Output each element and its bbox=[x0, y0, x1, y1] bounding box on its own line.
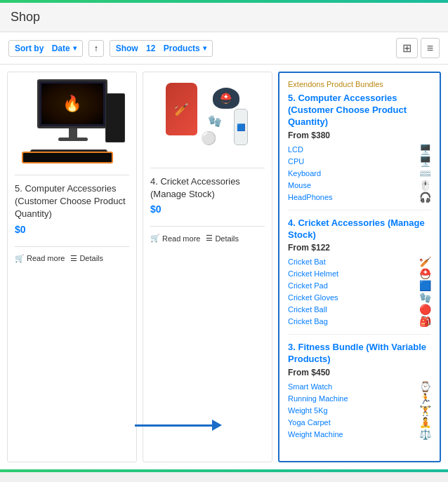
view-toggle: ⊞ ≡ bbox=[396, 38, 440, 58]
ball-icon: 🔴 bbox=[419, 304, 431, 315]
monitor-screen: 🔥 bbox=[41, 83, 103, 124]
read-more-label-1: Read more bbox=[27, 254, 65, 262]
bundle-price-2: From $122 bbox=[288, 243, 431, 253]
show-chevron-icon: ▾ bbox=[203, 44, 206, 52]
product-actions-1: 🛒 Read more ☰ Details bbox=[8, 251, 136, 263]
product-divider-1b bbox=[15, 246, 129, 247]
product-name-1: 5. Computer Accessories (Customer Choose… bbox=[15, 182, 129, 221]
cart-icon-2: 🛒 bbox=[150, 234, 160, 243]
product-card-2: 🏏 ⛑️ 🟦 ⚪ 🧤 4. Cricket Accessories (Manag… bbox=[143, 72, 272, 462]
helmet-icon: ⛑️ bbox=[419, 268, 431, 279]
show-label: Show bbox=[116, 43, 138, 53]
arrow-head bbox=[212, 420, 222, 431]
bundle-items-1: LCD 🖥️ CPU 🖥️ Keyboard ⌨️ Mouse 🖱️ HeadP… bbox=[288, 144, 431, 203]
weight5-icon: 🏋️ bbox=[419, 405, 431, 416]
product-card-1: 🔥 5. Computer Accessories (Customer Choo… bbox=[7, 72, 137, 462]
bundle-items-3: Smart Watch ⌚ Running Machine 🏃 Weight 5… bbox=[288, 381, 431, 440]
bundle-item-gloves[interactable]: Cricket Gloves bbox=[288, 293, 416, 302]
computer-image: 🔥 bbox=[16, 79, 129, 163]
bat-icon: 🏏 bbox=[419, 256, 431, 267]
product-price-1: $0 bbox=[15, 224, 129, 235]
cricket-bag-shape: 🏏 bbox=[166, 83, 197, 135]
bundle-item-running[interactable]: Running Machine bbox=[288, 394, 416, 403]
read-more-label-2: Read more bbox=[162, 234, 200, 243]
bundle-item-bat[interactable]: Cricket Bat bbox=[288, 257, 416, 266]
cricket-image: 🏏 ⛑️ 🟦 ⚪ 🧤 bbox=[155, 79, 261, 156]
bottom-border bbox=[0, 469, 448, 472]
bundle-item-headphones[interactable]: HeadPhones bbox=[288, 193, 416, 201]
product-divider-2 bbox=[150, 168, 265, 168]
show-unit: Products bbox=[164, 43, 200, 53]
list-view-button[interactable]: ≡ bbox=[421, 38, 440, 58]
product-divider-1 bbox=[15, 175, 129, 175]
sort-asc-button[interactable]: ↑ bbox=[88, 40, 104, 57]
keyboard-icon: ⌨️ bbox=[419, 168, 431, 179]
read-more-button-1[interactable]: 🛒 Read more bbox=[15, 254, 65, 263]
details-label-1: Details bbox=[79, 254, 103, 262]
bundle-item-weight5[interactable]: Weight 5Kg bbox=[288, 406, 416, 415]
details-label-2: Details bbox=[215, 234, 239, 243]
sort-label: Sort by bbox=[15, 43, 44, 53]
list-icon-2: ☰ bbox=[206, 234, 213, 243]
weightmachine-icon: ⚖️ bbox=[419, 429, 431, 440]
bundle-item-yoga[interactable]: Yoga Carpet bbox=[288, 418, 416, 427]
list-icon: ☰ bbox=[70, 254, 77, 263]
product-image-2: 🏏 ⛑️ 🟦 ⚪ 🧤 bbox=[143, 72, 272, 163]
bundle-item-weightmachine[interactable]: Weight Machine bbox=[288, 430, 416, 439]
bundle-title-3[interactable]: 3. Fitness Bundle (With Variable Product… bbox=[288, 342, 431, 366]
toolbar: Sort by Date ▾ ↑ Show 12 Products ▾ ⊞ ≡ bbox=[0, 32, 448, 65]
cart-icon: 🛒 bbox=[15, 254, 25, 263]
product-price-2: $0 bbox=[150, 203, 265, 215]
bundle-item-keyboard[interactable]: Keyboard bbox=[288, 169, 416, 178]
bundle-item-watch[interactable]: Smart Watch bbox=[288, 382, 416, 391]
headphones-icon: 🎧 bbox=[419, 192, 431, 203]
bundle-item-ball[interactable]: Cricket Ball bbox=[288, 305, 416, 314]
sort-chevron-icon: ▾ bbox=[73, 44, 77, 52]
bundle-item-cpu[interactable]: CPU bbox=[288, 157, 416, 166]
bundle-item-pad[interactable]: Cricket Pad bbox=[288, 281, 416, 290]
bundle-title-1[interactable]: 5. Computer Accessories (Customer Choose… bbox=[288, 93, 431, 128]
cricket-pads-shape: 🟦 bbox=[234, 109, 248, 145]
bundle-item-bag[interactable]: Cricket Bag bbox=[288, 317, 416, 326]
product-info-1: 5. Computer Accessories (Customer Choose… bbox=[8, 180, 136, 242]
bundle-price-3: From $450 bbox=[288, 368, 431, 377]
running-icon: 🏃 bbox=[419, 393, 431, 404]
cricket-helmet-shape: ⛑️ bbox=[213, 88, 239, 109]
pad-icon: 🟦 bbox=[419, 280, 431, 291]
monitor-logo: 🔥 bbox=[62, 95, 81, 113]
bundle-price-1: From $380 bbox=[288, 130, 431, 140]
mouse-icon: 🖱️ bbox=[419, 180, 431, 191]
bundles-panel: Extendons Product Bundles 5. Computer Ac… bbox=[278, 72, 441, 462]
product-divider-2b bbox=[150, 226, 265, 227]
monitor-base bbox=[58, 138, 88, 141]
product-name-2: 4. Cricket Accessories (Manage Stock) bbox=[150, 175, 265, 201]
bundle-item-mouse[interactable]: Mouse bbox=[288, 181, 416, 189]
products-area: 🔥 5. Computer Accessories (Customer Choo… bbox=[0, 65, 448, 469]
tower-shape bbox=[105, 93, 125, 142]
bundle-title-2[interactable]: 4. Cricket Accessories (Manage Stock) bbox=[288, 217, 431, 241]
bundle-item-helmet[interactable]: Cricket Helmet bbox=[288, 269, 416, 278]
bundle-item-lcd[interactable]: LCD bbox=[288, 145, 416, 154]
bundles-label: Extendons Product Bundles bbox=[288, 80, 431, 88]
product-info-2: 4. Cricket Accessories (Manage Stock) $0 bbox=[143, 173, 272, 222]
lcd-icon: 🖥️ bbox=[419, 144, 431, 155]
arrow-container bbox=[135, 420, 222, 431]
bundle-item-1: 5. Computer Accessories (Customer Choose… bbox=[288, 93, 431, 210]
sort-by-select[interactable]: Sort by Date ▾ bbox=[8, 40, 83, 57]
grid-view-button[interactable]: ⊞ bbox=[396, 38, 418, 58]
product-image-1: 🔥 bbox=[8, 72, 136, 170]
page-header: Shop bbox=[0, 3, 448, 32]
page-title: Shop bbox=[11, 10, 437, 25]
mousepad-shape bbox=[22, 152, 113, 163]
details-button-1[interactable]: ☰ Details bbox=[70, 254, 103, 263]
cricket-ball-shape: ⚪ bbox=[201, 130, 216, 146]
bundle-items-2: Cricket Bat 🏏 Cricket Helmet ⛑️ Cricket … bbox=[288, 256, 431, 327]
sort-value: Date bbox=[52, 43, 70, 53]
details-button-2[interactable]: ☰ Details bbox=[206, 234, 239, 243]
bundle-item-3: 3. Fitness Bundle (With Variable Product… bbox=[288, 342, 431, 447]
read-more-button-2[interactable]: 🛒 Read more bbox=[150, 234, 200, 243]
show-products-select[interactable]: Show 12 Products ▾ bbox=[110, 40, 213, 57]
bag-icon: 🎒 bbox=[419, 316, 431, 327]
gloves-icon: 🧤 bbox=[419, 292, 431, 303]
watch-icon: ⌚ bbox=[419, 381, 431, 392]
